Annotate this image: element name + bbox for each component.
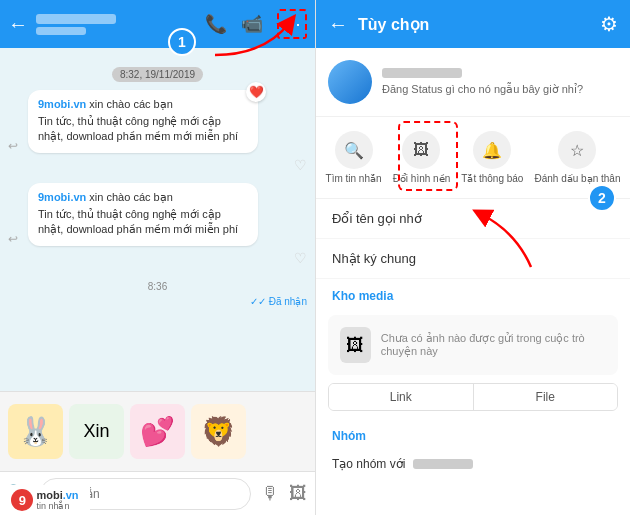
message-body-1: Tin tức, thủ thuật công nghệ mới cập nhậ…: [38, 114, 248, 145]
message-block-2: ↩ 9mobi.vn xin chào các bạn Tin tức, thủ…: [8, 183, 307, 266]
message-bubble-2: 9mobi.vn xin chào các bạn Tin tức, thủ t…: [28, 183, 258, 246]
annotation-2: 2: [588, 184, 616, 212]
media-empty: 🖼 Chưa có ảnh nào được gửi trong cuộc tr…: [328, 315, 618, 375]
chat-status-bar: [36, 27, 86, 35]
sticker-4[interactable]: 🦁: [191, 404, 246, 459]
link-2[interactable]: 9mobi.vn: [38, 191, 86, 203]
qa-favorite-label: Đánh dấu bạn thân: [535, 173, 621, 184]
delivered-row: ✓✓ Đã nhận: [8, 296, 307, 307]
qa-wallpaper-label: Đổi hình nền: [393, 173, 451, 184]
forward-icon-2[interactable]: ↩: [8, 232, 18, 246]
right-panel: ← Tùy chọn ⚙ Đăng Status gì cho nó ngẫu …: [315, 0, 630, 515]
group-section: Tạo nhóm với: [316, 447, 630, 485]
right-header: ← Tùy chọn ⚙: [316, 0, 630, 48]
watermark-logo: 9: [11, 489, 33, 511]
tab-file[interactable]: File: [474, 384, 618, 410]
header-icons: 📞 📹 ⋯: [205, 9, 307, 39]
left-header: ← 📞 📹 ⋯: [0, 0, 315, 48]
search-qa-icon: 🔍: [335, 131, 373, 169]
menu-rename[interactable]: Đổi tên gọi nhớ: [316, 199, 630, 239]
section-kho-media: Kho media: [316, 279, 630, 307]
watermark: 9 mobi.vn tin nhắn: [0, 485, 90, 515]
qa-wallpaper[interactable]: 🖼 Đổi hình nền: [389, 127, 455, 188]
group-item[interactable]: Tạo nhóm với: [332, 451, 614, 477]
message-body-2: Tin tức, thủ thuật công nghệ mới cập nhậ…: [38, 207, 248, 238]
sticker-3[interactable]: 💕: [130, 404, 185, 459]
right-header-title: Tùy chọn: [358, 15, 590, 34]
time-badge: 8:36: [8, 276, 307, 294]
profile-name-bar: [382, 68, 462, 78]
message-text-2: 9mobi.vn xin chào các bạn: [38, 191, 248, 204]
avatar-image: [328, 60, 372, 104]
video-icon[interactable]: 📹: [241, 13, 263, 35]
group-item-label: Tạo nhóm với: [332, 457, 405, 471]
more-options-icon[interactable]: ⋯: [277, 9, 307, 39]
quick-actions: 2 🔍 Tìm tin nhắn 🖼 Đổi hình nền 🔔: [316, 117, 630, 199]
message-text-1: 9mobi.vn xin chào các bạn: [38, 98, 248, 111]
date-badge: 8:32, 19/11/2019: [8, 64, 307, 82]
chat-body: 8:32, 19/11/2019 ↩ ❤️ 9mobi.vn xin chào …: [0, 48, 315, 391]
sticker-2[interactable]: Xin: [69, 404, 124, 459]
left-panel: ← 📞 📹 ⋯ 1 8:32, 19/11/2019 ↩: [0, 0, 315, 515]
media-empty-icon: 🖼: [340, 327, 371, 363]
group-name-placeholder: [413, 459, 473, 469]
heart-reaction: ❤️: [246, 82, 266, 102]
heart-icon-bottom-2[interactable]: ♡: [8, 250, 307, 266]
phone-icon[interactable]: 📞: [205, 13, 227, 35]
sticker-bar: 🐰 Xin 💕 🦁: [0, 391, 315, 471]
message-block-1: ↩ ❤️ 9mobi.vn xin chào các bạn Tin tức, …: [8, 90, 307, 173]
notify-qa-icon: 🔔: [473, 131, 511, 169]
link-1[interactable]: 9mobi.vn: [38, 98, 86, 110]
link-file-tabs: Link File: [328, 383, 618, 411]
sticker-1[interactable]: 🐰: [8, 404, 63, 459]
avatar: [328, 60, 372, 104]
mic-icon[interactable]: 🎙: [261, 483, 279, 504]
section-nhom: Nhóm: [316, 419, 630, 447]
menu-diary[interactable]: Nhật ký chung: [316, 239, 630, 279]
gear-icon[interactable]: ⚙: [600, 12, 618, 36]
qa-notify[interactable]: 🔔 Tắt thông báo: [457, 127, 527, 188]
watermark-sub: tin nhắn: [36, 501, 78, 511]
chat-name-bar: [36, 14, 116, 24]
back-icon[interactable]: ←: [8, 13, 28, 36]
message-bubble-1: ❤️ 9mobi.vn xin chào các bạn Tin tức, th…: [28, 90, 258, 153]
favorite-qa-icon: ☆: [558, 131, 596, 169]
image-icon[interactable]: 🖼: [289, 483, 307, 504]
right-body: Đăng Status gì cho nó ngẫu bây giờ nhỉ? …: [316, 48, 630, 515]
qa-notify-label: Tắt thông báo: [461, 173, 523, 184]
profile-info: Đăng Status gì cho nó ngẫu bây giờ nhỉ?: [382, 68, 618, 96]
wallpaper-qa-icon: 🖼: [402, 131, 440, 169]
tab-link[interactable]: Link: [329, 384, 474, 410]
right-back-icon[interactable]: ←: [328, 13, 348, 36]
heart-icon-bottom-1[interactable]: ♡: [8, 157, 307, 173]
watermark-brand: mobi.vn: [36, 489, 78, 501]
forward-icon-1[interactable]: ↩: [8, 139, 18, 153]
qa-search[interactable]: 🔍 Tìm tin nhắn: [322, 127, 386, 188]
profile-section: Đăng Status gì cho nó ngẫu bây giờ nhỉ?: [316, 48, 630, 117]
profile-status: Đăng Status gì cho nó ngẫu bây giờ nhỉ?: [382, 83, 618, 96]
annotation-1: 1: [168, 28, 196, 56]
qa-favorite[interactable]: ☆ Đánh dấu bạn thân: [531, 127, 625, 188]
qa-search-label: Tìm tin nhắn: [326, 173, 382, 184]
media-empty-text: Chưa có ảnh nào được gửi trong cuộc trò …: [381, 332, 606, 358]
